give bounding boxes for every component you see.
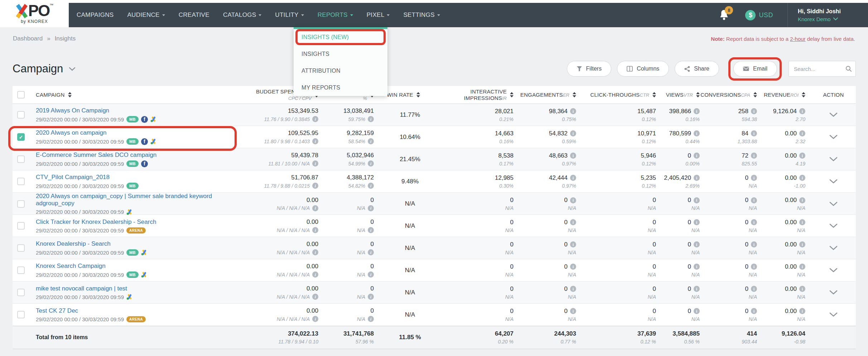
info-icon[interactable]: i: [368, 138, 374, 144]
column-header-revenue[interactable]: REVENUEROI: [763, 86, 811, 104]
campaign-link[interactable]: E-Commerce Summer Sales DCO campaign: [36, 151, 156, 159]
info-icon[interactable]: i: [368, 316, 374, 322]
campaign-link[interactable]: CTV_Pilot Campaign_2018: [36, 174, 110, 181]
nav-creative[interactable]: CREATIVE: [179, 11, 209, 19]
info-icon[interactable]: i: [368, 227, 374, 233]
campaign-link[interactable]: Knorex Dealership - Search: [36, 240, 111, 247]
info-icon[interactable]: i: [694, 108, 700, 114]
info-icon[interactable]: i: [312, 294, 318, 300]
info-icon[interactable]: i: [570, 175, 576, 181]
row-checkbox[interactable]: [17, 155, 25, 163]
nav-settings[interactable]: SETTINGS: [403, 11, 440, 19]
info-icon[interactable]: i: [570, 197, 576, 203]
sort-icon[interactable]: [652, 92, 656, 97]
info-icon[interactable]: i: [368, 160, 374, 167]
account-name[interactable]: Knorex Demo: [798, 16, 855, 22]
nav-campaigns[interactable]: CAMPAIGNS: [77, 11, 114, 19]
nav-pixel[interactable]: PIXEL: [367, 11, 390, 19]
xpo-logo[interactable]: PO ™ by KNOREX: [0, 0, 69, 27]
column-header-engagements[interactable]: ENGAGEMENTSER: [519, 86, 582, 104]
info-icon[interactable]: i: [799, 308, 805, 314]
info-icon[interactable]: i: [368, 294, 374, 300]
info-icon[interactable]: i: [799, 108, 805, 114]
row-checkbox[interactable]: [17, 222, 25, 230]
sort-icon[interactable]: [753, 92, 757, 97]
column-header-interactive-impressions[interactable]: INTERACTIVE IMPRESSIONSIR: [440, 86, 519, 104]
menu-item-my-reports[interactable]: MY REPORTS: [294, 79, 387, 96]
info-icon[interactable]: i: [799, 153, 805, 159]
columns-button[interactable]: Columns: [617, 61, 669, 77]
campaign-link[interactable]: Knorex Search Campaign: [36, 263, 106, 270]
campaign-link[interactable]: Test CK 27 Dec: [36, 307, 78, 314]
info-icon[interactable]: i: [312, 205, 318, 211]
row-checkbox[interactable]: [17, 178, 25, 185]
sort-icon[interactable]: [573, 92, 576, 97]
info-icon[interactable]: i: [751, 241, 757, 247]
row-checkbox[interactable]: [17, 111, 25, 119]
info-icon[interactable]: i: [799, 286, 805, 292]
info-icon[interactable]: i: [751, 108, 757, 114]
currency-selector[interactable]: $ USD: [745, 10, 773, 20]
info-icon[interactable]: i: [368, 183, 374, 189]
info-icon[interactable]: i: [694, 175, 700, 181]
sort-icon[interactable]: [416, 92, 420, 97]
info-icon[interactable]: i: [751, 264, 757, 270]
search-icon[interactable]: [845, 66, 852, 72]
info-icon[interactable]: i: [312, 183, 318, 189]
sort-icon[interactable]: [68, 92, 72, 97]
campaign-link[interactable]: 2020 Always on campaign_copy | Summer sa…: [36, 193, 251, 207]
notifications-button[interactable]: 8: [719, 9, 729, 21]
info-icon[interactable]: i: [751, 286, 757, 292]
info-icon[interactable]: i: [368, 205, 374, 211]
row-checkbox[interactable]: [17, 311, 25, 318]
nav-reports[interactable]: REPORTS: [318, 11, 353, 19]
campaign-link[interactable]: mike test novocall campaign | test: [36, 285, 127, 292]
expand-row-button[interactable]: [811, 304, 856, 326]
info-icon[interactable]: i: [799, 197, 805, 203]
filters-button[interactable]: Filters: [567, 61, 612, 77]
info-icon[interactable]: i: [799, 175, 805, 181]
info-icon[interactable]: i: [694, 308, 700, 314]
info-icon[interactable]: i: [751, 219, 757, 225]
info-icon[interactable]: i: [570, 241, 576, 247]
column-header-views[interactable]: VIEWSVTR: [662, 86, 705, 104]
expand-row-button[interactable]: [811, 215, 856, 237]
info-icon[interactable]: i: [312, 316, 318, 322]
menu-item-attribution[interactable]: ATTRIBUTION: [294, 63, 387, 80]
campaign-link[interactable]: Click Tracker for Knorex Dealership - Se…: [36, 218, 156, 226]
info-icon[interactable]: i: [368, 116, 374, 122]
info-icon[interactable]: i: [570, 219, 576, 225]
user-menu[interactable]: Hi, Siddhi Joshi Knorex Demo: [787, 3, 868, 27]
info-icon[interactable]: i: [694, 153, 700, 159]
row-checkbox[interactable]: ✓: [17, 133, 25, 141]
info-icon[interactable]: i: [694, 264, 700, 270]
expand-row-button[interactable]: [811, 148, 856, 170]
info-icon[interactable]: i: [312, 271, 318, 278]
campaign-link[interactable]: 2019 Always On Campaign: [36, 107, 109, 114]
expand-row-button[interactable]: [811, 193, 856, 215]
info-icon[interactable]: i: [312, 116, 318, 122]
expand-row-button[interactable]: [811, 237, 856, 259]
info-icon[interactable]: i: [751, 153, 757, 159]
info-icon[interactable]: i: [694, 130, 700, 136]
info-icon[interactable]: i: [799, 241, 805, 247]
share-button[interactable]: Share: [675, 61, 719, 77]
row-checkbox[interactable]: [17, 289, 25, 296]
nav-audience[interactable]: AUDIENCE: [127, 11, 165, 19]
expand-row-button[interactable]: [811, 170, 856, 192]
row-checkbox[interactable]: [17, 244, 25, 252]
email-button[interactable]: Email: [733, 61, 777, 77]
info-icon[interactable]: i: [570, 286, 576, 292]
nav-catalogs[interactable]: CATALOGS: [223, 11, 261, 19]
menu-item-insights-new[interactable]: INSIGHTS (NEW): [294, 29, 387, 46]
info-icon[interactable]: i: [570, 108, 576, 114]
info-icon[interactable]: i: [799, 130, 805, 136]
info-icon[interactable]: i: [368, 271, 374, 278]
campaign-link[interactable]: 2020 Always on campaign: [36, 129, 107, 136]
info-icon[interactable]: i: [312, 160, 318, 167]
sort-icon[interactable]: [510, 92, 513, 97]
column-header-win-rate[interactable]: WIN RATE: [380, 86, 440, 104]
expand-row-button[interactable]: [811, 282, 856, 303]
breadcrumb-dashboard[interactable]: Dashboard: [13, 35, 43, 42]
row-checkbox[interactable]: [17, 200, 25, 208]
